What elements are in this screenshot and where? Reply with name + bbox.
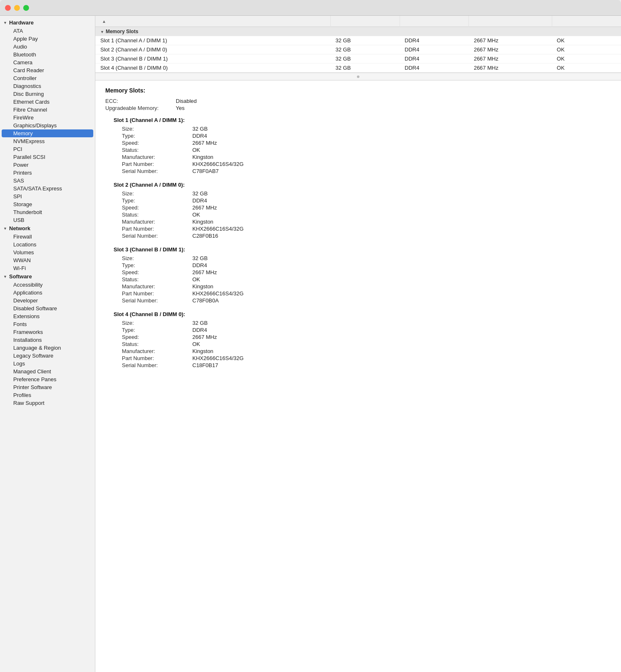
sidebar-item-storage[interactable]: Storage bbox=[2, 200, 93, 208]
sidebar-item-preference-panes[interactable]: Preference Panes bbox=[2, 375, 93, 383]
memory-table-area[interactable]: ▲ bbox=[95, 16, 621, 73]
sidebar-item-disabled-software[interactable]: Disabled Software bbox=[2, 304, 93, 312]
slot-field-label: Status: bbox=[122, 147, 192, 153]
detail-info-value: Yes bbox=[176, 105, 184, 111]
sidebar-item-printer-software[interactable]: Printer Software bbox=[2, 383, 93, 391]
sidebar-item-volumes[interactable]: Volumes bbox=[2, 248, 93, 256]
sidebar-section-hardware[interactable]: ▼Hardware bbox=[0, 18, 95, 27]
sidebar-item-wi-fi[interactable]: Wi-Fi bbox=[2, 264, 93, 272]
cell-speed: 2667 MHz bbox=[469, 63, 552, 73]
sidebar-item-parallel-scsi[interactable]: Parallel SCSI bbox=[2, 153, 93, 161]
slot-field-value: 2667 MHz bbox=[192, 205, 217, 211]
table-row[interactable]: Slot 2 (Channel A / DIMM 0)32 GBDDR42667… bbox=[95, 45, 621, 54]
sidebar-item-controller[interactable]: Controller bbox=[2, 74, 93, 82]
close-button[interactable] bbox=[5, 5, 11, 11]
sidebar-item-managed-client[interactable]: Managed Client bbox=[2, 368, 93, 375]
col-header-speed[interactable] bbox=[469, 16, 552, 27]
sidebar-item-diagnostics[interactable]: Diagnostics bbox=[2, 82, 93, 90]
slot-detail-row: Serial Number:C78F0AB7 bbox=[122, 168, 611, 174]
sidebar-item-ethernet-cards[interactable]: Ethernet Cards bbox=[2, 98, 93, 106]
slot-field-label: Serial Number: bbox=[122, 168, 192, 174]
scrollbar-area bbox=[95, 73, 621, 80]
slot-field-label: Manufacturer: bbox=[122, 283, 192, 290]
slot-field-value: DDR4 bbox=[192, 327, 207, 333]
sidebar-item-camera[interactable]: Camera bbox=[2, 58, 93, 66]
slot-field-value: DDR4 bbox=[192, 262, 207, 268]
slot-field-label: Manufacturer: bbox=[122, 154, 192, 160]
cell-slot: Slot 2 (Channel A / DIMM 0) bbox=[95, 45, 330, 54]
sidebar-item-printers[interactable]: Printers bbox=[2, 169, 93, 177]
maximize-button[interactable] bbox=[23, 5, 29, 11]
title-bar bbox=[0, 0, 621, 16]
slot-detail-row: Serial Number:C28F0B16 bbox=[122, 233, 611, 239]
sidebar-item-thunderbolt[interactable]: Thunderbolt bbox=[2, 208, 93, 216]
sidebar-item-memory[interactable]: Memory bbox=[2, 129, 93, 137]
sidebar-item-fonts[interactable]: Fonts bbox=[2, 320, 93, 328]
sidebar-item-legacy-software[interactable]: Legacy Software bbox=[2, 352, 93, 360]
slot-field-label: Serial Number: bbox=[122, 362, 192, 368]
slot-field-label: Serial Number: bbox=[122, 233, 192, 239]
slot-field-label: Part Number: bbox=[122, 226, 192, 232]
slot-details-2: Size:32 GBType:DDR4Speed:2667 MHzStatus:… bbox=[122, 190, 611, 239]
sidebar-item-frameworks[interactable]: Frameworks bbox=[2, 328, 93, 336]
col-header-status[interactable] bbox=[552, 16, 621, 27]
sidebar-item-graphics-displays[interactable]: Graphics/Displays bbox=[2, 122, 93, 129]
sidebar-item-profiles[interactable]: Profiles bbox=[2, 391, 93, 399]
sidebar-item-accessibility[interactable]: Accessibility bbox=[2, 281, 93, 289]
sidebar-item-audio[interactable]: Audio bbox=[2, 43, 93, 51]
slot-field-value: 2667 MHz bbox=[192, 269, 217, 275]
slot-detail-row: Serial Number:C78F0B0A bbox=[122, 297, 611, 304]
sidebar-section-network[interactable]: ▼Network bbox=[0, 224, 95, 233]
col-header-memory-slot[interactable]: ▲ bbox=[95, 16, 330, 27]
sidebar-item-installations[interactable]: Installations bbox=[2, 336, 93, 344]
detail-info-label: ECC: bbox=[105, 98, 176, 104]
table-row[interactable]: Slot 4 (Channel B / DIMM 0)32 GBDDR42667… bbox=[95, 63, 621, 73]
sidebar-item-locations[interactable]: Locations bbox=[2, 241, 93, 248]
sidebar-item-disc-burning[interactable]: Disc Burning bbox=[2, 90, 93, 98]
slot-field-value: Kingston bbox=[192, 219, 213, 225]
sidebar-item-language-&-region[interactable]: Language & Region bbox=[2, 344, 93, 352]
sidebar-section-software[interactable]: ▼Software bbox=[0, 272, 95, 281]
slot-section-4: Slot 4 (Channel B / DIMM 0):Size:32 GBTy… bbox=[105, 311, 611, 368]
sidebar-item-raw-support[interactable]: Raw Support bbox=[2, 399, 93, 407]
slot-detail-row: Size:32 GB bbox=[122, 255, 611, 261]
slot-detail-row: Manufacturer:Kingston bbox=[122, 154, 611, 160]
sidebar-item-pci[interactable]: PCI bbox=[2, 145, 93, 153]
sidebar-item-sas[interactable]: SAS bbox=[2, 177, 93, 185]
sidebar-item-fibre-channel[interactable]: Fibre Channel bbox=[2, 106, 93, 114]
sidebar-item-firewire[interactable]: FireWire bbox=[2, 114, 93, 122]
table-row[interactable]: Slot 1 (Channel A / DIMM 1)32 GBDDR42667… bbox=[95, 36, 621, 45]
sidebar-item-extensions[interactable]: Extensions bbox=[2, 312, 93, 320]
sidebar-item-developer[interactable]: Developer bbox=[2, 297, 93, 304]
detail-section-title: Memory Slots: bbox=[105, 87, 611, 94]
sidebar-item-card-reader[interactable]: Card Reader bbox=[2, 66, 93, 74]
slot-detail-row: Size:32 GB bbox=[122, 320, 611, 326]
table-row[interactable]: Slot 3 (Channel B / DIMM 1)32 GBDDR42667… bbox=[95, 54, 621, 63]
sidebar-item-nvmexpress[interactable]: NVMExpress bbox=[2, 137, 93, 145]
slot-field-label: Type: bbox=[122, 327, 192, 333]
sidebar-item-firewall[interactable]: Firewall bbox=[2, 233, 93, 241]
table-group-row: ▼Memory Slots bbox=[95, 27, 621, 37]
sidebar-item-ata[interactable]: ATA bbox=[2, 27, 93, 35]
detail-info-row: ECC:Disabled bbox=[105, 98, 611, 104]
cell-speed: 2667 MHz bbox=[469, 36, 552, 45]
sidebar-item-wwan[interactable]: WWAN bbox=[2, 256, 93, 264]
sidebar-item-apple-pay[interactable]: Apple Pay bbox=[2, 35, 93, 43]
slot-title-3: Slot 3 (Channel B / DIMM 1): bbox=[114, 246, 611, 253]
detail-top-info: ECC:DisabledUpgradeable Memory:Yes bbox=[105, 98, 611, 111]
minimize-button[interactable] bbox=[14, 5, 20, 11]
col-header-type[interactable] bbox=[400, 16, 469, 27]
sidebar-item-applications[interactable]: Applications bbox=[2, 289, 93, 297]
sidebar-item-sata-sata-express[interactable]: SATA/SATA Express bbox=[2, 185, 93, 192]
sidebar-item-usb[interactable]: USB bbox=[2, 216, 93, 224]
sidebar-item-power[interactable]: Power bbox=[2, 161, 93, 169]
slot-field-value: 32 GB bbox=[192, 320, 208, 326]
sidebar-item-spi[interactable]: SPI bbox=[2, 192, 93, 200]
slot-section-1: Slot 1 (Channel A / DIMM 1):Size:32 GBTy… bbox=[105, 117, 611, 174]
slot-field-value: KHX2666C16S4/32G bbox=[192, 161, 244, 167]
sidebar-item-logs[interactable]: Logs bbox=[2, 360, 93, 368]
slot-detail-row: Serial Number:C18F0B17 bbox=[122, 362, 611, 368]
slot-field-label: Speed: bbox=[122, 205, 192, 211]
sidebar-item-bluetooth[interactable]: Bluetooth bbox=[2, 51, 93, 58]
col-header-size[interactable] bbox=[330, 16, 400, 27]
